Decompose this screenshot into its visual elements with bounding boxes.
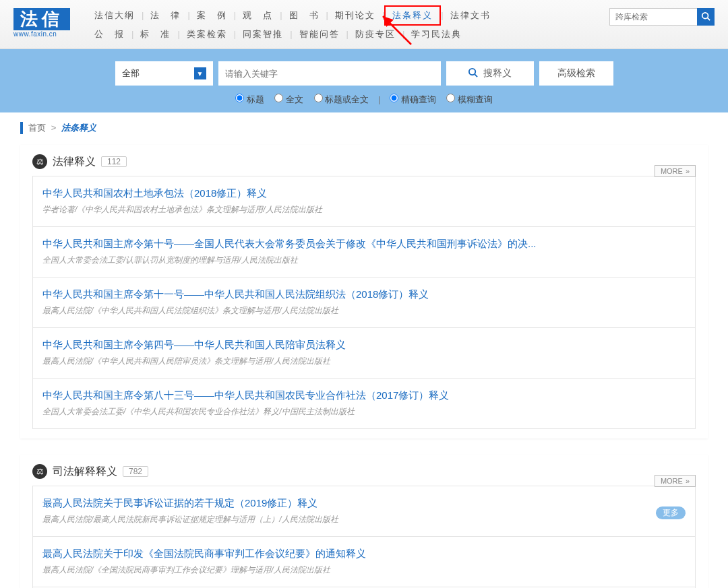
section-judicial-interpretation: ⚖ 司法解释释义 782 MORE» 最高人民法院关于民事诉讼证据的若干规定（2…: [20, 455, 708, 588]
nav-item[interactable]: 法律文书: [444, 7, 497, 24]
section-count: 112: [101, 156, 127, 167]
select-label: 全部: [122, 67, 140, 79]
annotation-arrow-icon: [377, 12, 418, 46]
scale-icon: ⚖: [32, 464, 47, 479]
section-title: 法律释义: [53, 155, 96, 169]
breadcrumb-sep: >: [51, 123, 57, 133]
nav-item[interactable]: 案 例: [190, 7, 234, 24]
radio-fuzzy[interactable]: 模糊查询: [446, 94, 493, 104]
list-item: 最高人民法院关于印发《全国法院民商事审判工作会议纪要》的通知释义 最高人民法院/…: [33, 537, 695, 587]
header-search-input[interactable]: [609, 8, 697, 26]
top-header: 法信 www.faxin.cn 法信大纲| 法 律| 案 例| 观 点| 图 书…: [0, 0, 728, 49]
list-item: 中华人民共和国主席令第十一号——中华人民共和国人民法院组织法（2018修订）释义…: [33, 277, 695, 328]
chevron-down-icon: ▼: [194, 67, 206, 79]
breadcrumb-home[interactable]: 首页: [28, 123, 46, 133]
site-logo[interactable]: 法信 www.faxin.cn: [13, 5, 81, 38]
list-item: 中华人民共和国主席令第四号——中华人民共和国人民陪审员法释义 最高人民法院/《中…: [33, 328, 695, 379]
logo-url: www.faxin.cn: [13, 30, 81, 38]
item-meta: 全国人大常委会法工委/《中华人民共和国农民专业合作社法》释义/中国民主法制出版社: [42, 406, 686, 418]
breadcrumb: 首页 > 法条释义: [20, 122, 708, 134]
main-search-input[interactable]: [218, 61, 441, 86]
section-head: ⚖ 司法解释释义 782 MORE»: [32, 464, 696, 479]
nav-row-1: 法信大纲| 法 律| 案 例| 观 点| 图 书| 期刊论文| 法条释义 | 法…: [88, 5, 596, 26]
list-item: 中华人民共和国主席令第十号——全国人民代表大会常务委员会关于修改《中华人民共和国…: [33, 227, 695, 277]
nav-item[interactable]: 图 书: [282, 7, 326, 24]
svg-line-4: [475, 74, 477, 77]
section-head: ⚖ 法律释义 112 MORE»: [32, 154, 696, 169]
svg-point-1: [702, 12, 708, 18]
item-meta: 最高人民法院/《中华人民共和国人民法院组织法》条文理解与适用/人民法院出版社: [42, 305, 686, 317]
nav-item[interactable]: 智能问答: [293, 26, 346, 43]
section-title: 司法解释释义: [53, 465, 117, 479]
search-icon: [701, 11, 710, 21]
search-row: 全部 ▼ 搜释义 高级检索: [0, 61, 728, 86]
item-title[interactable]: 中华人民共和国主席令第八十三号——中华人民共和国农民专业合作社法（2017修订）…: [42, 389, 686, 402]
item-title[interactable]: 中华人民共和国主席令第十号——全国人民代表大会常务委员会关于修改《中华人民共和国…: [42, 238, 686, 251]
search-band: 全部 ▼ 搜释义 高级检索 标题 全文 标题或全文 | 精确查询 模糊查询: [0, 49, 728, 112]
radio-exact[interactable]: 精确查询: [390, 94, 436, 104]
section-law-interpretation: ⚖ 法律释义 112 MORE» 中华人民共和国农村土地承包法（2018修正）释…: [20, 145, 708, 438]
search-button[interactable]: 搜释义: [446, 61, 534, 86]
chevron-right-icon: »: [686, 167, 690, 175]
list-item: 中华人民共和国主席令第八十三号——中华人民共和国农民专业合作社法（2017修订）…: [33, 379, 695, 429]
radio-fulltext[interactable]: 全文: [274, 94, 303, 104]
item-more-button[interactable]: 更多: [656, 507, 686, 519]
item-title[interactable]: 中华人民共和国农村土地承包法（2018修正）释义: [42, 187, 686, 200]
section-count: 782: [123, 466, 148, 477]
list-item: 最高人民法院关于民事诉讼证据的若干规定（2019修正）释义 最高人民法院/最高人…: [33, 486, 695, 537]
radio-title-or-fulltext[interactable]: 标题或全文: [314, 94, 369, 104]
nav-item[interactable]: 期刊论文: [328, 7, 382, 24]
nav-row-2: 公 报| 标 准| 类案检索| 同案智推| 智能问答| 防疫专区| 学习民法典: [88, 26, 596, 43]
result-list: 中华人民共和国农村土地承包法（2018修正）释义 学者论著/《中华人民共和国农村…: [32, 176, 696, 429]
search-icon: [468, 67, 478, 79]
radio-sep: |: [378, 94, 380, 104]
breadcrumb-current: 法条释义: [61, 123, 96, 133]
header-search-button[interactable]: [697, 8, 715, 26]
item-meta: 最高人民法院/最高人民法院新民事诉讼证据规定理解与适用（上）/人民法院出版社: [42, 514, 686, 525]
nav-item[interactable]: 标 准: [133, 26, 177, 43]
nav-item[interactable]: 公 报: [88, 26, 131, 43]
item-title[interactable]: 最高人民法院关于民事诉讼证据的若干规定（2019修正）释义: [42, 497, 686, 510]
result-list: 最高人民法院关于民事诉讼证据的若干规定（2019修正）释义 最高人民法院/最高人…: [32, 486, 696, 588]
scale-icon: ⚖: [32, 154, 47, 169]
item-meta: 学者论著/《中华人民共和国农村土地承包法》条文理解与适用/人民法院出版社: [42, 204, 686, 216]
svg-point-3: [469, 69, 475, 75]
radio-title[interactable]: 标题: [235, 94, 264, 104]
nav-item[interactable]: 法信大纲: [88, 7, 142, 24]
more-button[interactable]: MORE»: [655, 165, 696, 177]
nav-item[interactable]: 观 点: [236, 7, 280, 24]
item-title[interactable]: 中华人民共和国主席令第四号——中华人民共和国人民陪审员法释义: [42, 339, 686, 352]
list-item: 中华人民共和国农村土地承包法（2018修正）释义 学者论著/《中华人民共和国农村…: [33, 176, 695, 227]
nav-item[interactable]: 同案智推: [236, 26, 290, 43]
more-button[interactable]: MORE»: [655, 475, 696, 487]
advanced-search-button[interactable]: 高级检索: [539, 61, 613, 86]
item-meta: 全国人大常委会法工委/认罪认罚从宽制度的理解与适用/人民法院出版社: [42, 255, 686, 266]
top-nav: 法信大纲| 法 律| 案 例| 观 点| 图 书| 期刊论文| 法条释义 | 法…: [81, 5, 596, 43]
header-search: [609, 8, 715, 26]
nav-item[interactable]: 法 律: [144, 7, 187, 24]
header-inner: 法信 www.faxin.cn 法信大纲| 法 律| 案 例| 观 点| 图 书…: [0, 5, 728, 43]
search-options: 标题 全文 标题或全文 | 精确查询 模糊查询: [0, 94, 728, 106]
item-title[interactable]: 中华人民共和国主席令第十一号——中华人民共和国人民法院组织法（2018修订）释义: [42, 288, 686, 301]
item-meta: 最高人民法院/《全国法院民商事审判工作会议纪要》理解与适用/人民法院出版社: [42, 564, 686, 576]
search-button-label: 搜释义: [483, 67, 512, 79]
main-content: 首页 > 法条释义 ⚖ 法律释义 112 MORE» 中华人民共和国农村土地承包…: [0, 112, 728, 588]
item-meta: 最高人民法院/《中华人民共和国人民陪审员法》条文理解与适用/人民法院出版社: [42, 356, 686, 367]
item-title[interactable]: 最高人民法院关于印发《全国法院民商事审判工作会议纪要》的通知释义: [42, 548, 686, 560]
logo-text: 法信: [13, 8, 70, 30]
nav-item[interactable]: 类案检索: [180, 26, 234, 43]
category-select[interactable]: 全部 ▼: [115, 61, 213, 86]
svg-line-0: [383, 16, 411, 44]
svg-line-2: [708, 18, 710, 20]
chevron-right-icon: »: [686, 477, 690, 485]
